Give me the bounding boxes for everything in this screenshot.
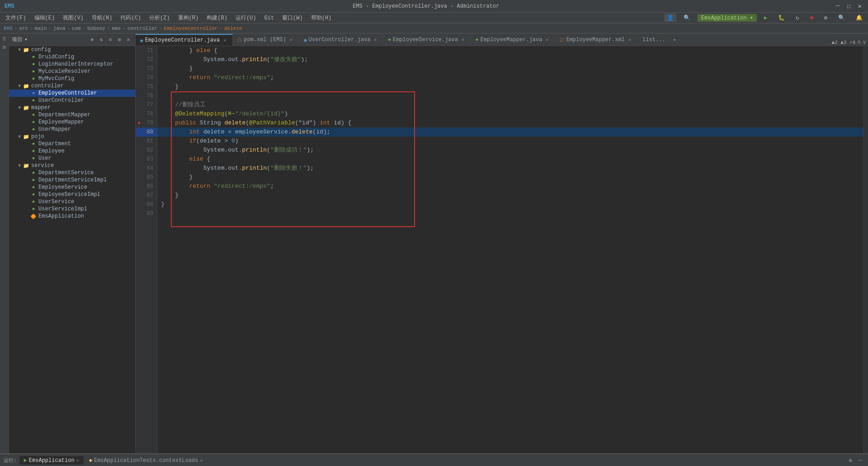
tab-empmapper[interactable]: ● EmployeeMapper.java ✕ [471,34,555,46]
sidebar-dropdown-icon[interactable]: ▾ [24,36,28,43]
sidebar-locate-btn[interactable]: ⊕ [88,36,96,44]
scrollbar-gutter[interactable] [863,46,868,453]
profile-icon[interactable]: 👤 [664,14,676,22]
sidebar-close-btn[interactable]: ✕ [124,36,132,44]
settings-icon[interactable]: ⚙ [821,14,831,22]
tree-item-druidconfig[interactable]: ● DruidConfig [9,53,135,61]
search-everywhere[interactable]: 🔍 [680,14,694,22]
menu-run[interactable]: 运行(U) [232,13,260,23]
tree-item-emsapp[interactable]: 🔶 EmsApplication [9,213,135,220]
window-controls[interactable]: ─ ☐ ✕ [834,2,863,10]
breadcrumb-ems[interactable]: EMS [4,26,13,31]
menu-nav[interactable]: 导航(N) [88,13,116,23]
breadcrumb-bobooy[interactable]: bobooy [87,26,105,31]
tree-item-department[interactable]: ● Department [9,140,135,147]
tree-label-controller: controller [31,83,135,89]
tab-icon-empmapperxml: ⬡ [560,37,564,43]
left-icon-2[interactable]: ▤ [1,43,8,51]
tree-label-empserviceimpl: EmployeeServiceImpl [38,191,135,198]
breadcrumb-ems2[interactable]: ems [112,26,121,31]
menu-analyze[interactable]: 分析(Z) [146,13,174,23]
tree-item-userserviceimpl[interactable]: ● UserServiceImpl [9,205,135,213]
tree-item-mylocale[interactable]: ● MyLocaleResolver [9,68,135,75]
minimize-button[interactable]: ─ [834,2,841,10]
expand-icon[interactable]: ∨ [863,38,866,46]
tree-item-config[interactable]: ▼ 📁 config [9,46,135,53]
run-minimize-icon[interactable]: ─ [856,456,864,465]
tree-item-user[interactable]: ● User [9,155,135,162]
breadcrumb-controller[interactable]: controller [127,26,157,31]
collapse-icon[interactable]: ∧ [857,38,861,46]
tab-close-pomxml[interactable]: ✕ [288,37,294,43]
tree-item-deptmapper[interactable]: ● DepartmentMapper [9,111,135,119]
tree-item-empservice[interactable]: ● EmployeeService [9,184,135,191]
breadcrumb-java[interactable]: java [53,26,65,31]
run-tab-close-tests[interactable]: ✕ [200,458,203,463]
menu-file[interactable]: 文件(F) [2,13,30,23]
tree-item-mapper[interactable]: ▼ 📁 mapper [9,104,135,111]
maximize-button[interactable]: ☐ [845,2,852,10]
java-icon-deptserviceimpl: ● [30,177,37,183]
tree-item-deptserviceimpl[interactable]: ● DepartmentServiceImpl [9,176,135,184]
breadcrumb-main[interactable]: main [35,26,47,31]
tab-pomxml[interactable]: ⬡ pom.xml (EMS) ✕ [233,34,299,46]
menu-git[interactable]: Git [260,14,278,22]
tab-close-empservice[interactable]: ✕ [460,37,466,43]
menu-window[interactable]: 窗口(W) [278,13,307,23]
breadcrumb-src[interactable]: src [19,26,28,31]
tab-close-empmapper[interactable]: ✕ [544,37,550,43]
tree-item-employeecontroller[interactable]: ● EmployeeController [9,90,135,97]
breadcrumb-delete[interactable]: delete [224,26,242,31]
breadcrumb-com[interactable]: com [72,26,81,31]
run-tab-close-emsapp[interactable]: ✕ [76,458,79,463]
tab-close-empmapperxml[interactable]: ✕ [627,37,633,43]
run-tab-tests[interactable]: ◆ EmsApplicationTests.contextLoads ✕ [85,456,208,465]
tree-item-mymvc[interactable]: ● MyMvcConfig [9,75,135,82]
sidebar-settings-btn[interactable]: ⚙ [115,36,123,44]
run-tab-emsapp[interactable]: ▶ EmsApplication ✕ [19,456,84,465]
run-button[interactable]: ▶ [760,14,771,22]
tab-employeecontroller[interactable]: ◉ EmployeeController.java ✕ [136,34,233,46]
run-config[interactable]: EmsApplication ▾ [698,14,757,22]
arrow-config: ▼ [16,48,23,52]
close-button[interactable]: ✕ [856,2,863,10]
tree-item-usercontroller[interactable]: ● UserController [9,97,135,104]
sidebar-collapse-btn[interactable]: ≡ [106,36,114,44]
left-icon-1[interactable]: ☰ [1,35,8,43]
search-icon[interactable]: 🔍 [835,14,849,22]
tab-empservice[interactable]: ● EmployeeService.java ✕ [383,34,471,46]
code-content[interactable]: } else { System.out.println("修改失败"); } r… [157,46,863,453]
tab-overflow[interactable]: ▾ [670,34,679,46]
folder-icon-service: 📁 [23,163,30,169]
tree-item-controller[interactable]: ▼ 📁 controller [9,82,135,90]
tree-item-empmapper[interactable]: ● EmployeeMapper [9,119,135,126]
tree-item-userservice[interactable]: ● UserService [9,198,135,205]
tree-item-service[interactable]: ▼ 📁 service [9,162,135,169]
tab-close-usercontroller[interactable]: ✕ [372,37,378,43]
tab-usercontroller[interactable]: ◉ UserController.java ✕ [299,34,383,46]
debug-button[interactable]: 🐛 [774,14,788,22]
line-86: 86 [136,182,157,191]
menu-refactor[interactable]: 重构(R) [175,13,203,23]
notifications-icon[interactable]: 🔔 [852,14,866,22]
tree-item-loginhandler[interactable]: ● LoginHandlerInterceptor [9,61,135,68]
menu-edit[interactable]: 编辑(E) [31,13,59,23]
breadcrumb-employeecontroller[interactable]: EmployeeController [164,26,218,31]
sidebar-expand-btn[interactable]: ⇅ [97,36,105,44]
menu-code[interactable]: 代码(C) [117,13,145,23]
tree-item-pojo[interactable]: ▼ 📁 pojo [9,133,135,140]
tab-list[interactable]: list... [638,34,670,46]
tree-item-usermapper[interactable]: ● UserMapper [9,126,135,133]
run-settings-icon[interactable]: ⚙ [846,456,854,465]
tree-item-deptservice[interactable]: ● DepartmentService [9,169,135,176]
stop-button[interactable]: ■ [807,14,817,22]
tab-close-employeecontroller[interactable]: ✕ [222,37,228,43]
tab-empmapperxml[interactable]: ⬡ EmployeeMapper.xml ✕ [555,34,638,46]
tree-item-employee[interactable]: ● Employee [9,147,135,155]
refresh-button[interactable]: ↻ [792,14,802,22]
tree-item-empserviceimpl[interactable]: ● EmployeeServiceImpl [9,191,135,198]
menu-build[interactable]: 构建(B) [203,13,231,23]
menu-view[interactable]: 视图(V) [59,13,87,23]
line-81: 81 [136,137,157,146]
menu-help[interactable]: 帮助(H) [307,13,335,23]
